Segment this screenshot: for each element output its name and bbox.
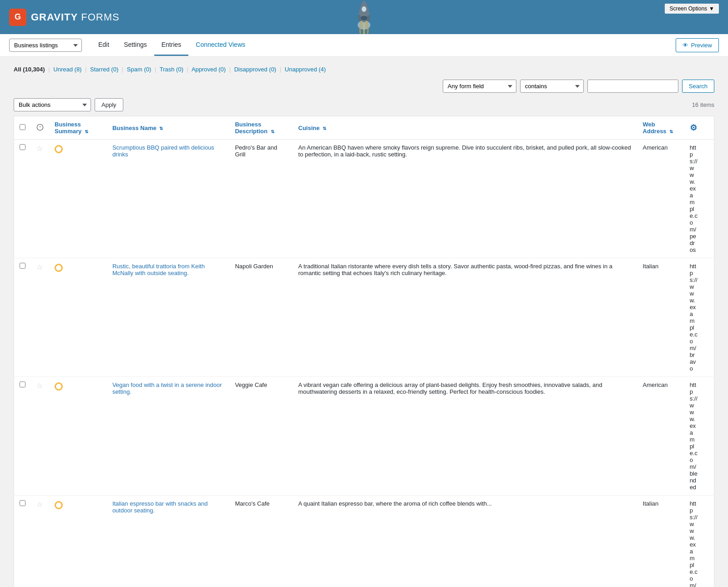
entry-web: https://www.example.com/bravo bbox=[690, 263, 698, 372]
bulk-actions-select[interactable]: Bulk actions Mark as Read Mark as Unread… bbox=[14, 98, 91, 111]
header-business-summary[interactable]: Business Summary ⇅ bbox=[49, 116, 107, 140]
form-selector[interactable]: Business listings Contact Form Registrat… bbox=[9, 39, 82, 52]
row-checkbox[interactable] bbox=[20, 381, 25, 387]
tab-connected-views[interactable]: Connected Views bbox=[188, 35, 253, 56]
filter-approved[interactable]: Approved (0) bbox=[192, 66, 226, 73]
table-settings-gear-icon[interactable]: ⚙ bbox=[690, 123, 697, 132]
row-web-cell: https://www.example.com/pedros bbox=[684, 140, 703, 258]
row-web-cell: https://www.example.com/bravo bbox=[684, 258, 703, 377]
filter-trash[interactable]: Trash (0) bbox=[160, 66, 183, 73]
row-status-cell bbox=[49, 258, 107, 377]
entry-web: https://www.example.com/pedros bbox=[690, 144, 698, 253]
table-body: ☆ Scrumptious BBQ paired with delicious … bbox=[14, 140, 714, 587]
entry-summary-link[interactable]: Rustic, beautiful trattoria from Keith M… bbox=[112, 263, 205, 276]
star-icon[interactable]: ☆ bbox=[36, 263, 43, 271]
entry-summary-link[interactable]: Scrumptious BBQ paired with delicious dr… bbox=[112, 144, 214, 158]
row-extra-cell bbox=[703, 377, 714, 496]
row-extra-cell bbox=[703, 140, 714, 258]
entry-cuisine: American bbox=[643, 381, 668, 388]
row-checkbox[interactable] bbox=[20, 144, 25, 150]
entry-name: Napoli Garden bbox=[235, 263, 273, 270]
screen-options-label: Screen Options bbox=[669, 5, 707, 12]
search-field-select[interactable]: Any form field Business Summary Business… bbox=[443, 80, 516, 93]
screen-options-button[interactable]: Screen Options ▼ bbox=[665, 4, 719, 14]
row-status-cell bbox=[49, 377, 107, 496]
row-status-cell bbox=[49, 496, 107, 587]
entry-summary-link[interactable]: Vegan food with a twist in a serene indo… bbox=[112, 381, 222, 395]
entry-description: A quaint Italian espresso bar, where the… bbox=[298, 500, 492, 507]
row-name-cell: Marco's Cafe bbox=[229, 496, 293, 587]
filter-starred[interactable]: Starred (0) bbox=[90, 66, 118, 73]
row-checkbox-cell bbox=[14, 377, 31, 496]
filter-unapproved[interactable]: Unapproved (4) bbox=[285, 66, 326, 73]
table-row: ☆ Vegan food with a twist in a serene in… bbox=[14, 377, 714, 496]
entry-name: Pedro's Bar and Grill bbox=[235, 144, 277, 158]
row-summary-cell: Italian espresso bar with snacks and out… bbox=[107, 496, 230, 587]
row-star-cell: ☆ bbox=[31, 258, 49, 377]
table-row: ☆ Scrumptious BBQ paired with delicious … bbox=[14, 140, 714, 258]
entry-cuisine: Italian bbox=[643, 500, 659, 507]
row-star-cell: ☆ bbox=[31, 496, 49, 587]
bulk-row: Bulk actions Mark as Read Mark as Unread… bbox=[14, 98, 714, 111]
row-checkbox-cell bbox=[14, 496, 31, 587]
filter-all[interactable]: All (10,304) bbox=[14, 66, 45, 73]
row-summary-cell: Rustic, beautiful trattoria from Keith M… bbox=[107, 258, 230, 377]
row-description-cell: A quaint Italian espresso bar, where the… bbox=[293, 496, 637, 587]
header-web-address[interactable]: Web Address ⇅ bbox=[637, 116, 684, 140]
row-summary-cell: Vegan food with a twist in a serene indo… bbox=[107, 377, 230, 496]
filter-disapproved[interactable]: Disapproved (0) bbox=[234, 66, 277, 73]
header-star-col bbox=[31, 116, 49, 140]
preview-icon: 👁 bbox=[682, 42, 688, 49]
header-business-name[interactable]: Business Name ⇅ bbox=[107, 116, 230, 140]
header-business-description[interactable]: Business Description ⇅ bbox=[229, 116, 293, 140]
items-count: 16 items bbox=[692, 101, 714, 108]
row-star-cell: ☆ bbox=[31, 140, 49, 258]
row-cuisine-cell: Italian bbox=[637, 258, 684, 377]
logo-icon: G bbox=[9, 9, 26, 26]
star-icon[interactable]: ☆ bbox=[36, 145, 43, 152]
header-cuisine[interactable]: Cuisine ⇅ bbox=[293, 116, 637, 140]
filter-unread[interactable]: Unread (8) bbox=[53, 66, 81, 73]
search-condition-select[interactable]: contains is is not starts with ends with bbox=[520, 80, 584, 93]
entry-summary-link[interactable]: Italian espresso bar with snacks and out… bbox=[112, 500, 208, 514]
entry-description: A traditional Italian ristorante where e… bbox=[298, 263, 613, 276]
row-name-cell: Veggie Cafe bbox=[229, 377, 293, 496]
select-all-checkbox[interactable] bbox=[20, 124, 25, 130]
row-extra-cell bbox=[703, 496, 714, 587]
row-web-cell: https://www.example.com/blended bbox=[684, 377, 703, 496]
status-dot-icon bbox=[55, 145, 63, 153]
search-input[interactable] bbox=[587, 80, 678, 93]
star-icon[interactable]: ☆ bbox=[36, 382, 43, 390]
row-checkbox-cell bbox=[14, 258, 31, 377]
form-selector-wrap: Business listings Contact Form Registrat… bbox=[9, 34, 82, 56]
row-cuisine-cell: American bbox=[637, 377, 684, 496]
logo-area: G GRAVITY FORMS bbox=[9, 9, 120, 26]
tab-settings[interactable]: Settings bbox=[116, 35, 154, 56]
star-icon[interactable]: ☆ bbox=[36, 501, 43, 508]
row-star-cell: ☆ bbox=[31, 377, 49, 496]
filter-links: All (10,304) | Unread (8) | Starred (0) … bbox=[14, 66, 714, 73]
preview-label: Preview bbox=[691, 42, 712, 49]
row-cuisine-cell: Italian bbox=[637, 496, 684, 587]
tab-entries[interactable]: Entries bbox=[154, 35, 189, 56]
nav-tabs: Edit Settings Entries Connected Views bbox=[91, 35, 676, 56]
entry-name: Marco's Cafe bbox=[235, 500, 269, 507]
row-checkbox[interactable] bbox=[20, 263, 25, 269]
entry-web: https://www.example.com/billscafe bbox=[690, 500, 698, 587]
row-web-cell: https://www.example.com/billscafe bbox=[684, 496, 703, 587]
row-name-cell: Napoli Garden bbox=[229, 258, 293, 377]
preview-button[interactable]: 👁 Preview bbox=[676, 38, 719, 52]
apply-button[interactable]: Apply bbox=[95, 98, 123, 111]
entry-description: An American BBQ haven where smoky flavor… bbox=[298, 144, 631, 158]
table-row: ☆ Rustic, beautiful trattoria from Keith… bbox=[14, 258, 714, 377]
row-extra-cell bbox=[703, 258, 714, 377]
tab-edit[interactable]: Edit bbox=[91, 35, 116, 56]
top-bar: Screen Options ▼ G GRAVITY FORMS bbox=[0, 0, 728, 34]
sort-arrows-description: ⇅ bbox=[271, 129, 274, 134]
search-button[interactable]: Search bbox=[682, 80, 714, 93]
status-dot-icon bbox=[55, 264, 63, 272]
row-checkbox[interactable] bbox=[20, 500, 25, 506]
table-header-row: Business Summary ⇅ Business Name ⇅ Busin… bbox=[14, 116, 714, 140]
filter-spam[interactable]: Spam (0) bbox=[127, 66, 151, 73]
table-row: ☆ Italian espresso bar with snacks and o… bbox=[14, 496, 714, 587]
